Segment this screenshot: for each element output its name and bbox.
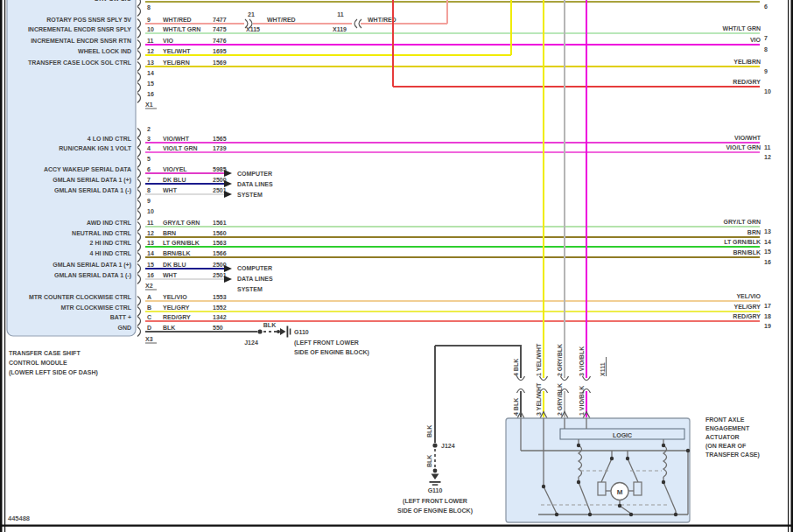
edge-pin-number: 8 <box>764 46 768 52</box>
edge-pin-number: 15 <box>764 248 771 255</box>
wire-color-label: WHT/LT GRN <box>163 26 200 32</box>
circuit-number: 1569 <box>213 60 227 66</box>
junction-dot <box>433 469 438 473</box>
pin-terminal-arc <box>137 29 141 38</box>
splice-label: J124 <box>244 340 258 346</box>
junction-dot <box>542 485 545 488</box>
junction-dot <box>674 513 677 516</box>
pin-terminal-arc <box>137 233 141 242</box>
wire-color-label: WHT/LT GRN <box>723 25 761 32</box>
pin-terminal-arc <box>137 148 141 158</box>
motor-brush <box>634 482 642 495</box>
wire-color-label: VIO/YEL <box>163 166 187 172</box>
ground-location: SIDE OF ENGINE BLOCK) <box>397 508 473 514</box>
pin-terminal-arc <box>137 62 141 72</box>
wire-color-label: DK BLU <box>163 177 186 183</box>
wire-color-label: YEL/VIO <box>736 293 761 299</box>
module-pin-number: 10 <box>147 208 154 214</box>
pin-terminal-arc <box>137 200 141 210</box>
computer-data-lines-label: COMPUTER <box>237 265 272 271</box>
junction-dot <box>432 443 437 447</box>
module-pin-function-label: ROTARY POS SNSR SPLY 5V <box>46 17 131 23</box>
inline-pin-number: 21 <box>248 11 255 18</box>
page-border-left <box>0 0 3 532</box>
edge-pin-number: 11 <box>764 144 771 150</box>
junction-dot <box>626 457 629 460</box>
module-pin-function-label: TRANSFER CASE LOCK SOL CTRL <box>28 60 132 66</box>
wire-color-label: YEL/BRN <box>733 59 761 65</box>
edge-pin-number: 7 <box>764 35 768 41</box>
page-border-bottom <box>0 525 793 527</box>
circuit-number: 1739 <box>213 145 227 151</box>
module-pin-number: 7 <box>147 177 151 183</box>
module-pin-number: 12 <box>147 48 154 54</box>
module-pin-number: 8 <box>147 187 151 193</box>
circuit-number: 7477 <box>213 17 227 23</box>
module-pin-function-label: MTR COUNTER CLOCKWISE CTRL <box>29 294 132 300</box>
module-pin-number: 14 <box>147 250 154 256</box>
junction-dot <box>662 444 665 447</box>
wire-color-label: BRN <box>747 229 761 235</box>
module-pin-function-label: GMLAN SERIAL DATA 1 (-) <box>54 272 131 279</box>
module-pin-function-label: NEUTRAL IND CTRL <box>72 230 132 236</box>
pin-terminal-arc <box>137 0 141 7</box>
page-border-left-inner <box>4 0 5 532</box>
pin-terminal-arc <box>137 264 141 274</box>
junction-dot <box>257 329 262 333</box>
wire-color-label-rotated: 1 VIO/BLK <box>579 386 585 416</box>
module-pin-function-label: RUN/CRANK IGN 1 VOLT <box>59 145 131 151</box>
junction-dot <box>629 513 633 516</box>
data-line-arrow <box>224 180 232 187</box>
module-pin-number: 4 <box>147 145 151 151</box>
module-pin-number: C <box>147 314 151 320</box>
wire-color-label: LT GRN/BLK <box>724 239 761 245</box>
module-pin-number: 11 <box>147 220 154 226</box>
connector-label: X1 <box>145 102 153 108</box>
circuit-number: 7475 <box>213 26 227 32</box>
ground-symbol-bar <box>287 326 289 338</box>
module-title: CONTROL MODULE <box>9 360 67 366</box>
pin-terminal-arc <box>137 211 141 220</box>
module-pin-number: 6 <box>147 166 151 172</box>
module-pin-number: 9 <box>147 198 151 204</box>
wire-color-label: VIO/WHT <box>734 135 761 141</box>
module-pin-number: B <box>147 304 151 311</box>
module-pin-function-label: DRV SW SIG <box>95 0 131 2</box>
wire-color-label: VIO/WHT <box>163 136 190 142</box>
circuit-number: 1561 <box>213 220 227 226</box>
pin-terminal-arc <box>137 327 141 337</box>
module-pin-number: 13 <box>147 60 154 66</box>
module-pin-function-label: MTR CLOCKWISE CTRL <box>61 304 132 311</box>
edge-pin-number: 6 <box>764 4 768 10</box>
circuit-number: 1563 <box>213 240 227 246</box>
wire-color-label: GRY/LT GRN <box>724 219 761 225</box>
ground-location: SIDE OF ENGINE BLOCK) <box>294 349 369 356</box>
wiring-diagram-page: TRANSFER CASE SHIFTCONTROL MODULE(LOWER … <box>0 0 793 532</box>
actuator-label: TRANSFER CASE) <box>705 452 760 458</box>
document-number: 445488 <box>8 514 30 522</box>
module-pin-function-label: GMLAN SERIAL DATA 1 (-) <box>54 187 131 194</box>
edge-pin-number: 17 <box>764 303 771 309</box>
wire-color-label-rotated: 2 GRY/BLK <box>557 344 563 376</box>
wire-color-label: WHT <box>163 272 178 278</box>
connector-label: X115 <box>246 26 260 32</box>
module-pin-function-label: INCREMENTAL ENCDR SNSR RTN <box>31 38 131 44</box>
wire-color-label: YEL/WHT <box>163 48 191 54</box>
junction-dot <box>588 513 592 516</box>
module-pin-function-label: GMLAN SERIAL DATA 1 (+) <box>53 262 131 269</box>
wiring-diagram-canvas: TRANSFER CASE SHIFTCONTROL MODULE(LOWER … <box>0 0 793 532</box>
module-pin-number: A <box>147 294 151 300</box>
wire-color-label: BLK <box>263 322 276 328</box>
computer-data-lines-label: SYSTEM <box>237 286 263 292</box>
edge-pin-number: 12 <box>764 154 771 160</box>
pin-terminal-arc <box>137 169 141 178</box>
wire-color-label: VIO <box>750 37 761 43</box>
edge-pin-number: 14 <box>764 239 771 245</box>
actuator-label: (ON REAR OF <box>705 443 747 450</box>
module-pin-number: 14 <box>147 70 154 76</box>
pin-terminal-arc <box>137 275 141 284</box>
ground-name: G110 <box>428 487 443 494</box>
module-pin-number: 9 <box>147 17 151 23</box>
pin-terminal-arc <box>137 158 141 168</box>
junction-dot <box>277 330 280 333</box>
